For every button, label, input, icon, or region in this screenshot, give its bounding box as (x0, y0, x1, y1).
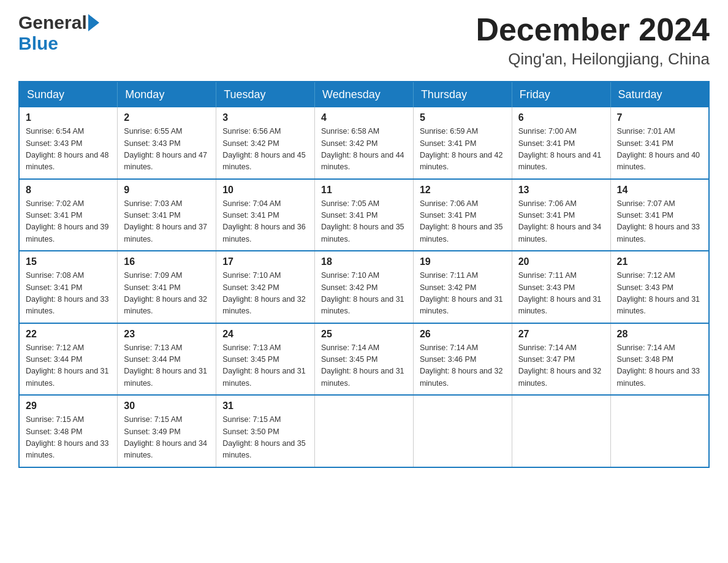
day-number: 26 (420, 329, 506, 340)
day-number: 14 (617, 185, 702, 196)
day-info: Sunrise: 7:15 AMSunset: 3:48 PMDaylight:… (26, 414, 111, 462)
day-info: Sunrise: 7:09 AMSunset: 3:41 PMDaylight:… (124, 270, 210, 318)
day-number: 28 (617, 329, 702, 340)
day-number: 5 (420, 112, 506, 123)
day-number: 25 (321, 329, 407, 340)
header-sunday: Sunday (19, 82, 118, 107)
calendar-cell: 6Sunrise: 7:00 AMSunset: 3:41 PMDaylight… (512, 107, 610, 179)
calendar-cell: 17Sunrise: 7:10 AMSunset: 3:42 PMDayligh… (216, 251, 315, 323)
day-number: 21 (617, 256, 702, 267)
day-info: Sunrise: 7:01 AMSunset: 3:41 PMDaylight:… (617, 126, 702, 174)
day-number: 11 (321, 185, 407, 196)
calendar-cell: 11Sunrise: 7:05 AMSunset: 3:41 PMDayligh… (315, 179, 414, 251)
day-info: Sunrise: 7:14 AMSunset: 3:48 PMDaylight:… (617, 342, 702, 390)
day-number: 29 (26, 400, 111, 412)
calendar-cell: 20Sunrise: 7:11 AMSunset: 3:43 PMDayligh… (512, 251, 610, 323)
calendar-cell: 25Sunrise: 7:14 AMSunset: 3:45 PMDayligh… (315, 323, 414, 396)
day-info: Sunrise: 7:11 AMSunset: 3:42 PMDaylight:… (420, 270, 506, 318)
calendar-cell: 28Sunrise: 7:14 AMSunset: 3:48 PMDayligh… (610, 323, 709, 396)
header-monday: Monday (118, 82, 216, 107)
day-number: 8 (26, 185, 111, 196)
location-title: Qing'an, Heilongjiang, China (476, 50, 710, 69)
calendar-cell: 10Sunrise: 7:04 AMSunset: 3:41 PMDayligh… (216, 179, 315, 251)
day-info: Sunrise: 6:54 AMSunset: 3:43 PMDaylight:… (26, 126, 111, 174)
calendar-cell: 18Sunrise: 7:10 AMSunset: 3:42 PMDayligh… (315, 251, 414, 323)
calendar-cell: 31Sunrise: 7:15 AMSunset: 3:50 PMDayligh… (216, 395, 315, 467)
calendar-cell: 16Sunrise: 7:09 AMSunset: 3:41 PMDayligh… (118, 251, 216, 323)
calendar-cell (610, 395, 709, 467)
day-number: 27 (518, 329, 604, 340)
day-number: 15 (26, 256, 111, 267)
logo-arrow-icon (88, 14, 99, 31)
day-info: Sunrise: 7:14 AMSunset: 3:45 PMDaylight:… (321, 342, 407, 390)
day-info: Sunrise: 7:03 AMSunset: 3:41 PMDaylight:… (124, 198, 210, 246)
day-info: Sunrise: 7:15 AMSunset: 3:50 PMDaylight:… (222, 414, 308, 462)
day-info: Sunrise: 7:05 AMSunset: 3:41 PMDaylight:… (321, 198, 407, 246)
day-info: Sunrise: 7:14 AMSunset: 3:47 PMDaylight:… (518, 342, 604, 390)
day-number: 19 (420, 256, 506, 267)
header-wednesday: Wednesday (315, 82, 414, 107)
header-saturday: Saturday (610, 82, 709, 107)
day-info: Sunrise: 7:06 AMSunset: 3:41 PMDaylight:… (518, 198, 604, 246)
calendar-cell: 23Sunrise: 7:13 AMSunset: 3:44 PMDayligh… (118, 323, 216, 396)
day-number: 23 (124, 329, 210, 340)
day-number: 2 (124, 112, 210, 123)
calendar-table: SundayMondayTuesdayWednesdayThursdayFrid… (18, 81, 710, 468)
calendar-cell (315, 395, 414, 467)
calendar-cell: 7Sunrise: 7:01 AMSunset: 3:41 PMDaylight… (610, 107, 709, 179)
calendar-cell: 2Sunrise: 6:55 AMSunset: 3:43 PMDaylight… (118, 107, 216, 179)
week-row-2: 8Sunrise: 7:02 AMSunset: 3:41 PMDaylight… (19, 179, 709, 251)
day-info: Sunrise: 6:58 AMSunset: 3:42 PMDaylight:… (321, 126, 407, 174)
day-number: 30 (124, 400, 210, 412)
day-info: Sunrise: 7:02 AMSunset: 3:41 PMDaylight:… (26, 198, 111, 246)
day-number: 17 (222, 256, 308, 267)
day-info: Sunrise: 7:10 AMSunset: 3:42 PMDaylight:… (321, 270, 407, 318)
day-info: Sunrise: 7:07 AMSunset: 3:41 PMDaylight:… (617, 198, 702, 246)
day-info: Sunrise: 7:13 AMSunset: 3:44 PMDaylight:… (124, 342, 210, 390)
day-info: Sunrise: 7:12 AMSunset: 3:44 PMDaylight:… (26, 342, 111, 390)
calendar-cell: 24Sunrise: 7:13 AMSunset: 3:45 PMDayligh… (216, 323, 315, 396)
day-info: Sunrise: 7:10 AMSunset: 3:42 PMDaylight:… (222, 270, 308, 318)
day-number: 16 (124, 256, 210, 267)
logo: General Blue (18, 12, 99, 54)
calendar-cell: 15Sunrise: 7:08 AMSunset: 3:41 PMDayligh… (19, 251, 118, 323)
day-info: Sunrise: 7:13 AMSunset: 3:45 PMDaylight:… (222, 342, 308, 390)
day-info: Sunrise: 7:00 AMSunset: 3:41 PMDaylight:… (518, 126, 604, 174)
calendar-cell: 9Sunrise: 7:03 AMSunset: 3:41 PMDaylight… (118, 179, 216, 251)
calendar-cell: 12Sunrise: 7:06 AMSunset: 3:41 PMDayligh… (413, 179, 512, 251)
day-info: Sunrise: 7:15 AMSunset: 3:49 PMDaylight:… (124, 414, 210, 462)
day-number: 10 (222, 185, 308, 196)
header-row: SundayMondayTuesdayWednesdayThursdayFrid… (19, 82, 709, 107)
day-number: 6 (518, 112, 604, 123)
day-info: Sunrise: 7:08 AMSunset: 3:41 PMDaylight:… (26, 270, 111, 318)
calendar-cell: 1Sunrise: 6:54 AMSunset: 3:43 PMDaylight… (19, 107, 118, 179)
day-info: Sunrise: 7:04 AMSunset: 3:41 PMDaylight:… (222, 198, 308, 246)
header-tuesday: Tuesday (216, 82, 315, 107)
header-friday: Friday (512, 82, 610, 107)
calendar-cell: 3Sunrise: 6:56 AMSunset: 3:42 PMDaylight… (216, 107, 315, 179)
day-number: 1 (26, 112, 111, 123)
day-info: Sunrise: 7:14 AMSunset: 3:46 PMDaylight:… (420, 342, 506, 390)
day-info: Sunrise: 6:59 AMSunset: 3:41 PMDaylight:… (420, 126, 506, 174)
title-section: December 2024 Qing'an, Heilongjiang, Chi… (476, 12, 710, 69)
day-number: 31 (222, 400, 308, 412)
calendar-cell: 27Sunrise: 7:14 AMSunset: 3:47 PMDayligh… (512, 323, 610, 396)
calendar-cell: 22Sunrise: 7:12 AMSunset: 3:44 PMDayligh… (19, 323, 118, 396)
day-number: 12 (420, 185, 506, 196)
calendar-cell: 19Sunrise: 7:11 AMSunset: 3:42 PMDayligh… (413, 251, 512, 323)
day-number: 4 (321, 112, 407, 123)
calendar-cell: 4Sunrise: 6:58 AMSunset: 3:42 PMDaylight… (315, 107, 414, 179)
calendar-cell (512, 395, 610, 467)
day-info: Sunrise: 7:06 AMSunset: 3:41 PMDaylight:… (420, 198, 506, 246)
calendar-cell: 14Sunrise: 7:07 AMSunset: 3:41 PMDayligh… (610, 179, 709, 251)
week-row-5: 29Sunrise: 7:15 AMSunset: 3:48 PMDayligh… (19, 395, 709, 467)
day-info: Sunrise: 6:56 AMSunset: 3:42 PMDaylight:… (222, 126, 308, 174)
calendar-cell: 8Sunrise: 7:02 AMSunset: 3:41 PMDaylight… (19, 179, 118, 251)
day-info: Sunrise: 7:11 AMSunset: 3:43 PMDaylight:… (518, 270, 604, 318)
day-number: 13 (518, 185, 604, 196)
week-row-4: 22Sunrise: 7:12 AMSunset: 3:44 PMDayligh… (19, 323, 709, 396)
month-title: December 2024 (476, 12, 710, 47)
day-info: Sunrise: 7:12 AMSunset: 3:43 PMDaylight:… (617, 270, 702, 318)
day-number: 18 (321, 256, 407, 267)
calendar-cell: 21Sunrise: 7:12 AMSunset: 3:43 PMDayligh… (610, 251, 709, 323)
